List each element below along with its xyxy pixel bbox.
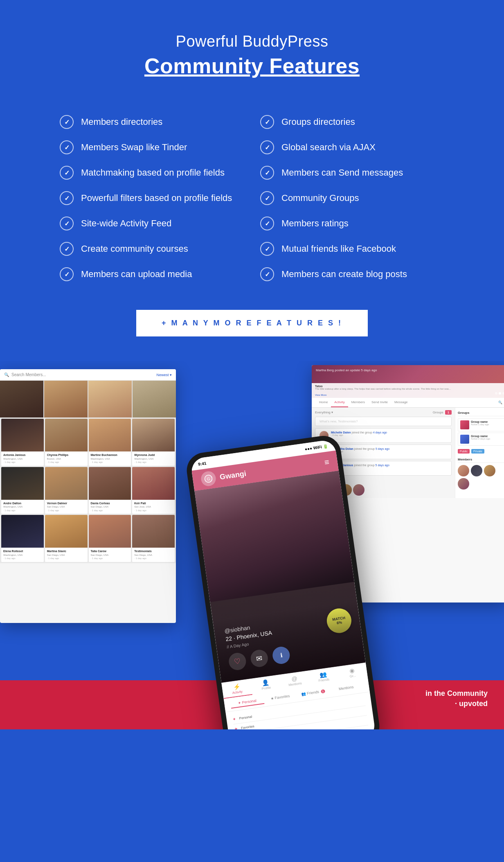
feature-item: Community Groups xyxy=(260,191,444,205)
group-item: Group name Active 2 days ago xyxy=(458,433,504,446)
check-icon xyxy=(260,217,274,230)
check-icon xyxy=(60,217,74,230)
feature-label: Matchmaking based on profile fields xyxy=(81,167,225,178)
tab-message[interactable]: Message xyxy=(391,398,411,407)
feature-item: Members can upload media xyxy=(60,267,244,281)
member-card: Vernon Dalmer San Diego, USA · 1 day ago xyxy=(45,467,88,514)
member-card: Antonia Janious Washington, USA · 1 day … xyxy=(1,419,44,466)
info-button[interactable]: ℹ xyxy=(272,645,291,665)
feature-label: Site-wide Activity Feed xyxy=(81,218,171,229)
sidebar-avatar xyxy=(458,478,469,490)
sidebar-avatar xyxy=(484,465,495,476)
sub-menu-friends[interactable]: 👥 Friends 5 xyxy=(296,686,330,699)
phone-time: 9:41 xyxy=(198,460,207,466)
check-icon xyxy=(260,140,274,154)
member-card: Chynna Phillips Boston, USA · 1 day ago xyxy=(45,419,88,466)
banner-photos xyxy=(0,381,176,417)
tab-members[interactable]: Members xyxy=(348,398,368,407)
header-title: Community Features xyxy=(16,54,488,78)
feature-item: Global search via AJAX xyxy=(260,140,444,154)
check-icon xyxy=(260,115,274,129)
feature-item: Groups directories xyxy=(260,115,444,129)
feature-label: Members can Send messages xyxy=(281,167,403,178)
check-icon xyxy=(260,242,274,256)
feature-label: Mutual friends like Facebook xyxy=(281,244,396,254)
search-icon: 🔍 xyxy=(498,401,502,404)
feature-label: Create community courses xyxy=(81,244,188,254)
personal-list-icon: ✦ xyxy=(232,717,236,722)
mail-button[interactable]: ✉ xyxy=(250,649,269,668)
check-icon xyxy=(260,267,274,281)
svg-text:G: G xyxy=(207,476,210,481)
friends-badge: 5 xyxy=(321,689,325,693)
search-bar: 🔍 Search Members... Newest ▾ xyxy=(0,369,176,381)
check-icon xyxy=(60,115,74,129)
feature-label: Members Swap like Tinder xyxy=(81,142,187,153)
feature-label: Members can upload media xyxy=(81,269,192,280)
sub-menu-mentions[interactable]: Mentions xyxy=(329,682,363,695)
features-section: Members directories Groups directories M… xyxy=(27,99,477,302)
sidebar-avatar xyxy=(471,465,482,476)
member-card: Testimonials San Diego, USA · 1 day ago xyxy=(132,515,175,562)
cta-section: + M A N Y M O R E F E A T U R E S ! xyxy=(0,302,504,361)
sidebar-members-title: Members xyxy=(458,458,504,463)
tab-activity[interactable]: Activity xyxy=(331,398,348,407)
check-icon xyxy=(260,191,274,205)
app-logo: G xyxy=(200,470,217,487)
feature-label: Powerfull filters based on profile field… xyxy=(81,193,232,203)
member-card: Andre Dalton Washington, USA · 1 day ago xyxy=(1,467,44,514)
feature-item: Members ratings xyxy=(260,217,444,230)
groups-tab-icon: ◉ xyxy=(349,667,355,674)
friends-sub-icon: 👥 xyxy=(301,692,306,696)
member-card: Elena Rolloset Washington, USA · 1 day a… xyxy=(1,515,44,562)
page-wrapper: Powerful BuddyPress Community Features M… xyxy=(0,0,504,862)
member-card: Wynnona Judd Washington, USA · 1 day ago xyxy=(132,419,175,466)
member-card: Martina Slavic San Diego, USA · 1 day ag… xyxy=(45,515,88,562)
feature-label: Members ratings xyxy=(281,218,349,229)
bottom-bar-text: in the Community · upvoted xyxy=(425,688,488,709)
screenshots-section: 🔍 Search Members... Newest ▾ Antonia Jan… xyxy=(0,361,504,729)
tab-home[interactable]: Home xyxy=(316,398,331,407)
feature-label: Members directories xyxy=(81,117,162,127)
check-icon xyxy=(60,166,74,180)
personal-icon: ✦ xyxy=(238,701,241,705)
tab-send-invite[interactable]: Send Invite xyxy=(368,398,391,407)
activity-sidebar: Groups Group name Active 1 day ago Group… xyxy=(455,408,504,498)
desktop-left-mockup: 🔍 Search Members... Newest ▾ Antonia Jan… xyxy=(0,369,176,623)
check-icon xyxy=(60,140,74,154)
member-grid: Antonia Janious Washington, USA · 1 day … xyxy=(0,417,176,563)
cta-button[interactable]: + M A N Y M O R E F E A T U R E S ! xyxy=(136,310,368,336)
feature-item: Members can create blog posts xyxy=(260,267,444,281)
feature-item: Site-wide Activity Feed xyxy=(60,217,244,230)
member-card: Keir Pati San Jose, USA · 1 day ago xyxy=(132,467,175,514)
member-card: Talia Carew San Diego, USA · 1 day ago xyxy=(89,515,131,562)
check-icon xyxy=(60,267,74,281)
feature-item: Mutual friends like Facebook xyxy=(260,242,444,256)
menu-icon[interactable]: ≡ xyxy=(324,457,330,467)
sub-menu-favorites[interactable]: ★ Favorites xyxy=(263,691,297,704)
sidebar-groups-title: Groups xyxy=(458,411,504,416)
profile-tab-icon: 👤 xyxy=(261,679,269,686)
feature-item: Members directories xyxy=(60,115,244,129)
member-card: Martine Buchannon Washington, USA · 1 da… xyxy=(89,419,131,466)
header-subtitle: Powerful BuddyPress xyxy=(16,33,488,50)
activity-tab-icon: ⚡ xyxy=(233,683,241,690)
sub-menu-personal[interactable]: ✦ Personal xyxy=(230,696,264,709)
header-section: Powerful BuddyPress Community Features xyxy=(0,0,504,99)
feature-item: Create community courses xyxy=(60,242,244,256)
favorites-icon: ★ xyxy=(270,696,274,701)
check-icon xyxy=(260,166,274,180)
feature-item: Powerfull filters based on profile field… xyxy=(60,191,244,205)
profile-photo xyxy=(194,471,354,602)
group-item: Group name Active 1 day ago xyxy=(458,418,504,431)
feature-label: Members can create blog posts xyxy=(281,269,407,280)
phone-profile-area: MATCH 6% @siobhan 22 · Phoenix, USA // A… xyxy=(194,471,365,683)
sidebar-avatar xyxy=(458,465,469,476)
whats-new-box[interactable]: What's new, Testimonials? xyxy=(315,417,452,426)
heart-button[interactable]: ♡ xyxy=(228,652,247,671)
favorites-list-icon: ★ xyxy=(234,727,238,729)
check-icon xyxy=(60,242,74,256)
member-card: Dania Corteas San Diego, USA · 1 day ago xyxy=(89,467,131,514)
feature-item: Members can Send messages xyxy=(260,166,444,180)
activity-tabs-nav: Home Activity Members Send Invite Messag… xyxy=(312,398,504,408)
